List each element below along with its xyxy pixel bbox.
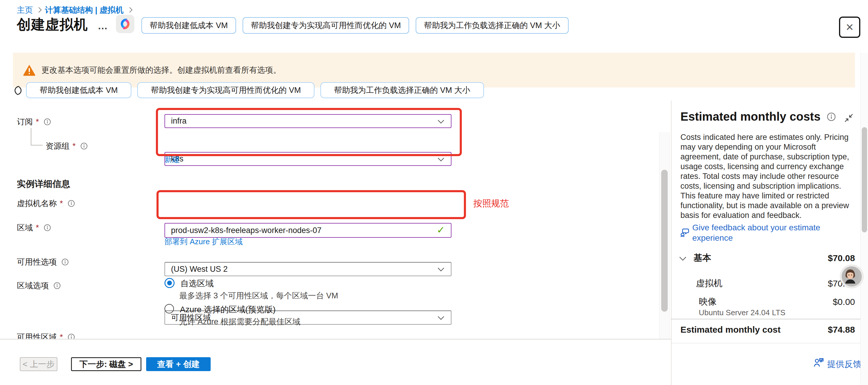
valid-check-icon: ✓ — [437, 224, 445, 236]
cost-item-name: 虚拟机 — [696, 277, 722, 289]
hierarchy-connector — [31, 128, 42, 146]
content-scrollbar-track[interactable] — [659, 132, 670, 339]
page-title: 创建虚拟机 — [17, 15, 88, 34]
give-feedback-link[interactable]: 提供反馈 — [827, 358, 862, 370]
copilot-outline-icon — [12, 85, 24, 96]
chevron-down-icon — [438, 117, 444, 123]
subscription-select[interactable]: infra — [164, 114, 452, 128]
availability-options-label: 可用性选项 — [17, 257, 69, 267]
info-icon[interactable] — [827, 113, 836, 121]
cost-panel-title-row: Estimated monthly costs — [680, 110, 836, 123]
breadcrumb-current-link[interactable]: 计算基础结构 | 虚拟机 — [45, 5, 124, 15]
next-disks-button[interactable]: 下一步: 磁盘 > — [71, 357, 142, 371]
info-icon[interactable] — [54, 282, 61, 289]
radio-label[interactable]: 自选区域 — [181, 278, 214, 289]
radio-selected-icon[interactable] — [164, 278, 175, 288]
vm-name-label: 虚拟机名称 * — [17, 198, 75, 209]
suggestion-high-availability-vm-button[interactable]: 帮助我创建专为实现高可用性而优化的 VM — [243, 17, 409, 34]
suggestion-low-cost-vm-button[interactable]: 帮助我创建低成本 VM — [26, 82, 131, 98]
resource-group-select[interactable]: k8s — [164, 152, 452, 166]
resource-group-label: 资源组 * — [45, 141, 88, 151]
radio-description: 允许 Azure 根据需要分配最佳区域 — [179, 316, 301, 327]
region-label: 区域 * — [17, 222, 51, 233]
subscription-value: infra — [171, 117, 187, 126]
cost-total-row: Estimated monthly cost $74.88 — [680, 325, 855, 335]
suggestion-high-availability-vm-button[interactable]: 帮助我创建专为实现高可用性而优化的 VM — [137, 82, 314, 98]
create-new-resource-group-link[interactable]: 新建 — [164, 154, 180, 165]
copilot-suggestions-top: 帮助我创建低成本 VM 帮助我创建专为实现高可用性而优化的 VM 帮助我为工作负… — [142, 17, 568, 34]
instance-details-heading: 实例详细信息 — [17, 178, 70, 190]
cost-total-label: Estimated monthly cost — [680, 325, 780, 335]
cost-item-name: 映像 — [699, 296, 716, 308]
subscription-label: 订阅 * — [17, 117, 51, 127]
radio-label[interactable]: Azure 选择的区域(预览版) — [180, 304, 276, 315]
annotation-text: 按照规范 — [473, 197, 509, 210]
more-menu-button[interactable]: … — [98, 20, 108, 32]
cost-group-row[interactable]: 基本 $70.08 — [680, 252, 855, 264]
avatar-person-icon — [842, 266, 859, 284]
review-create-button[interactable]: 查看 + 创建 — [146, 357, 211, 371]
info-icon[interactable] — [68, 200, 75, 207]
radio-description: 最多选择 3 个可用性区域，每个区域一台 VM — [179, 290, 338, 301]
warning-text: 更改基本选项可能会重置所做的选择。创建虚拟机前查看所有选项。 — [41, 65, 281, 75]
radio-option-azure-select[interactable]: Azure 选择的区域(预览版) — [164, 304, 276, 315]
info-icon[interactable] — [44, 224, 51, 231]
chevron-right-icon — [36, 7, 41, 12]
divider — [671, 319, 860, 319]
chevron-down-icon — [438, 265, 444, 271]
region-value: (US) West US 2 — [171, 265, 228, 274]
footer-bar: < 上一步 下一步: 磁盘 > 查看 + 创建 — [0, 339, 671, 385]
panel-divider — [671, 100, 672, 385]
region-select[interactable]: (US) West US 2 — [164, 262, 452, 276]
copilot-suggestions-inline: 帮助我创建低成本 VM 帮助我创建专为实现高可用性而优化的 VM 帮助我为工作负… — [26, 82, 484, 98]
copilot-logo-icon — [119, 18, 131, 30]
cost-total-value: $74.88 — [828, 325, 855, 335]
suggestion-low-cost-vm-button[interactable]: 帮助我创建低成本 VM — [142, 17, 236, 34]
chevron-down-icon — [438, 155, 444, 161]
suggestion-right-vm-size-button[interactable]: 帮助我为工作负载选择正确的 VM 大小 — [416, 17, 568, 34]
radio-option-self-select[interactable]: 自选区域 — [164, 278, 214, 289]
divider — [671, 343, 868, 343]
chevron-down-icon — [438, 314, 444, 320]
info-icon[interactable] — [44, 118, 51, 125]
zone-options-label: 区域选项 — [17, 280, 61, 291]
cost-item-row: 映像 $0.00 — [699, 296, 855, 308]
info-icon[interactable] — [81, 142, 88, 150]
warning-triangle-icon — [23, 63, 36, 77]
radio-unselected-icon[interactable] — [164, 304, 174, 314]
give-feedback-icon — [813, 357, 825, 368]
avatar[interactable] — [840, 265, 863, 288]
estimate-feedback-link[interactable]: Give feedback about your estimate experi… — [692, 222, 855, 243]
previous-button[interactable]: < 上一步 — [20, 357, 57, 371]
feedback-bubbles-icon — [679, 227, 690, 238]
suggestion-right-vm-size-button[interactable]: 帮助我为工作负载选择正确的 VM 大小 — [320, 82, 484, 98]
cost-group-value: $70.08 — [828, 253, 855, 263]
collapse-panel-icon[interactable] — [844, 113, 854, 123]
cost-item-sub: Ubuntu Server 24.04 LTS — [699, 308, 785, 317]
breadcrumb-home-link[interactable]: 主页 — [17, 5, 33, 15]
close-icon: ✕ — [845, 21, 854, 33]
vm-name-input[interactable]: prod-usw2-k8s-freeleaps-worker-nodes-07 … — [164, 223, 452, 238]
breadcrumb: 主页 计算基础结构 | 虚拟机 — [17, 5, 136, 15]
annotation-box-vm-name — [156, 190, 466, 219]
copilot-button[interactable] — [116, 15, 134, 33]
vm-name-value: prod-usw2-k8s-freeleaps-worker-nodes-07 — [171, 226, 321, 235]
close-button[interactable]: ✕ — [839, 17, 860, 38]
page-scrollbar-thumb[interactable] — [862, 127, 867, 232]
deploy-extended-zone-link[interactable]: 部署到 Azure 扩展区域 — [164, 236, 243, 247]
create-vm-page: 主页 计算基础结构 | 虚拟机 创建虚拟机 … 帮助我创建低成本 VM 帮助我创… — [0, 0, 868, 385]
cost-item-row: 虚拟机 $70.08 — [696, 277, 855, 289]
cost-item-value: $0.00 — [833, 297, 855, 307]
cost-group-name: 基本 — [693, 252, 711, 264]
chevron-right-icon — [127, 7, 132, 12]
cost-panel-title: Estimated monthly costs — [680, 110, 820, 123]
page-scrollbar-track[interactable] — [860, 53, 868, 385]
cost-panel-description: Costs indicated here are estimates only.… — [680, 132, 850, 220]
info-icon[interactable] — [62, 258, 69, 265]
content-scrollbar-thumb[interactable] — [661, 170, 668, 312]
chevron-down-icon[interactable] — [680, 254, 686, 260]
